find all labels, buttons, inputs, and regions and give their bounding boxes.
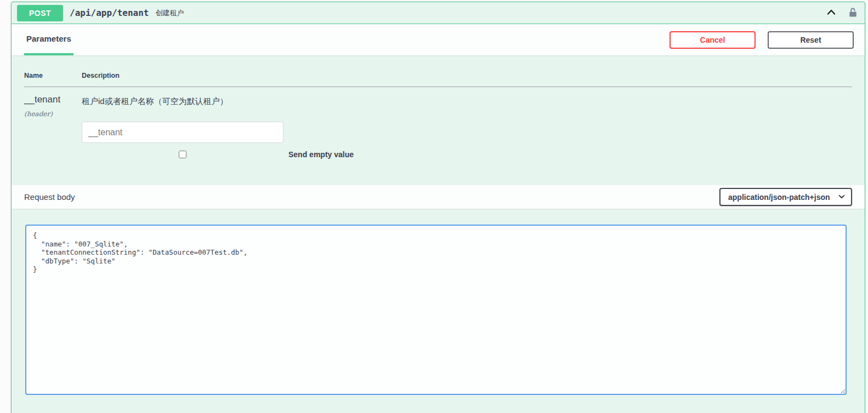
- endpoint-summary-text: 创建租户: [156, 8, 184, 18]
- send-empty-value-checkbox[interactable]: [179, 151, 186, 158]
- cancel-button[interactable]: Cancel: [670, 31, 756, 49]
- http-method-badge: POST: [17, 5, 63, 21]
- request-body-label: Request body: [24, 192, 75, 202]
- send-empty-value-label: Send empty value: [288, 150, 354, 159]
- unlocked-padlock-icon: [848, 7, 858, 19]
- content-type-dropdown-wrap: application/json-patch+json: [719, 188, 852, 206]
- parameter-name: __tenant: [24, 94, 82, 105]
- parameter-row-tenant: __tenant (header) 租户id或者租户名称（可空为默认租户） Se…: [24, 87, 852, 159]
- request-body-header-bar: Request body application/json-patch+json: [12, 185, 865, 209]
- api-operation-block-post-tenant: POST /api/app/tenant 创建租户 Parameters: [11, 2, 865, 413]
- tab-actions: Cancel Reset: [670, 31, 854, 49]
- collapse-button[interactable]: [826, 7, 837, 19]
- send-empty-value-row: Send empty value: [82, 150, 852, 159]
- authorize-button[interactable]: [848, 7, 858, 19]
- parameters-table-header: Name Description: [24, 72, 852, 87]
- endpoint-path: /api/app/tenant: [70, 8, 149, 18]
- parameter-location: (header): [24, 110, 82, 118]
- operation-summary-header[interactable]: POST /api/app/tenant 创建租户: [12, 2, 865, 24]
- chevron-up-icon: [826, 7, 837, 19]
- parameters-section: Name Description __tenant (header) 租户id或…: [12, 55, 865, 185]
- tab-parameters[interactable]: Parameters: [24, 24, 73, 55]
- request-body-section: { "name": "007_Sqlite", "tenantConnectio…: [12, 209, 865, 406]
- request-body-editor[interactable]: { "name": "007_Sqlite", "tenantConnectio…: [25, 225, 847, 395]
- tenant-header-input[interactable]: [82, 122, 283, 143]
- parameter-description: 租户id或者租户名称（可空为默认租户）: [82, 96, 852, 107]
- column-header-description: Description: [82, 72, 852, 79]
- column-header-name: Name: [24, 72, 82, 79]
- content-type-select[interactable]: application/json-patch+json: [719, 188, 852, 206]
- reset-button[interactable]: Reset: [768, 31, 854, 49]
- tab-bar: Parameters Cancel Reset: [12, 24, 865, 55]
